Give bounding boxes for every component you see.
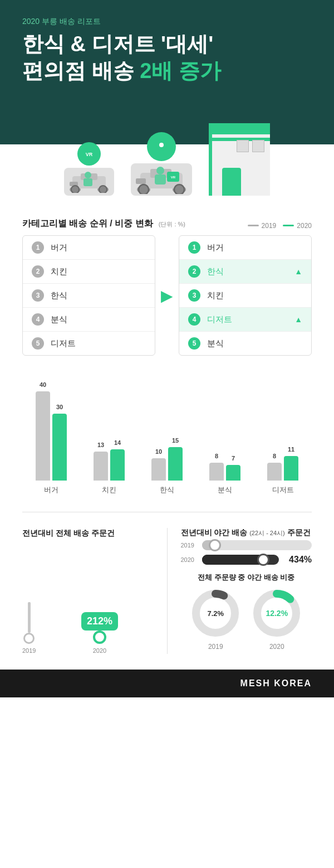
fill-2019 [202, 540, 215, 550]
legend-dot-green [283, 225, 294, 226]
bar-burger-2019: 40 [36, 391, 50, 481]
scooter-right: VR [131, 132, 192, 196]
bar-group-bunsik: 8 7 분식 [196, 463, 254, 495]
donut-title: 전체 주문량 중 야간 배송 비중 [181, 573, 312, 583]
donut-2019-chart: 7.2% [190, 588, 240, 638]
bar-label-dessert: 디저트 [272, 485, 294, 495]
scooter-body-left [64, 168, 114, 196]
rank-2020-3: 3 치킨 [179, 284, 311, 308]
svg-text:VR: VR [171, 176, 176, 179]
night-orders-title: 전년대비 야간 배송 (22시 - 24시) 주문건 [181, 528, 312, 538]
bar-dessert-2019: 8 [267, 463, 282, 481]
svg-point-9 [85, 172, 91, 178]
svg-rect-10 [84, 178, 92, 186]
bar-label-bunsik: 분식 [218, 485, 232, 495]
bar-burger-2020: 30 [52, 414, 67, 481]
progress-2020: 2020 434% [181, 555, 312, 565]
total-orders-box: 전년대비 전체 배송 주문건 2019 212% 2020 [22, 528, 154, 654]
bubble-right [147, 132, 176, 161]
title-line2-normal: 편의점 배송 [22, 59, 140, 83]
lollipop-chart: 2019 212% 2020 [22, 548, 154, 654]
track-2019 [202, 540, 312, 550]
building [209, 123, 270, 196]
rank-2019-3: 3 한식 [23, 284, 155, 308]
svg-point-14 [159, 143, 164, 147]
donut-2019-value: 7.2% [207, 609, 224, 618]
lolli-2019: 2019 [22, 602, 36, 654]
rank-2019-4: 4 분식 [23, 308, 155, 332]
donut-2020-year: 2020 [269, 643, 284, 651]
category-title: 카테고리별 배송 순위 / 비중 변화 [22, 218, 153, 230]
category-section: 카테고리별 배송 순위 / 비중 변화 (단위 : %) 2019 2020 1… [0, 201, 334, 372]
svg-rect-23 [155, 174, 166, 185]
header-subtitle: 2020 부릉 배송 리포트 [22, 17, 312, 27]
donut-2020-chart: 12.2% [252, 588, 302, 638]
svg-point-7 [71, 186, 79, 193]
lolli-year-2019: 2019 [22, 647, 36, 654]
rank-2019-1: 1 버거 [23, 236, 155, 260]
title-line2-highlight: 2배 증가 [140, 59, 221, 83]
bar-chicken-2019: 13 [94, 452, 108, 481]
progress-bars: 2019 2020 434% [181, 540, 312, 565]
svg-point-12 [159, 153, 164, 154]
bar-label-hanshik: 한식 [160, 485, 174, 495]
bar-chart: 40 30 버거 13 14 치킨 [22, 384, 312, 495]
total-orders-title: 전년대비 전체 배송 주문건 [22, 528, 154, 539]
title-line1: 한식 & 디저트 '대세' [22, 31, 312, 58]
title-line2: 편의점 배송 2배 증가 [22, 58, 312, 85]
lolli-circle-2019 [23, 633, 35, 644]
lolli-year-2020-label: 2020 [93, 647, 106, 654]
lolli-circle-2020 [93, 631, 106, 644]
stats-section: 전년대비 전체 배송 주문건 2019 212% 2020 전년대비 야간 배송… [0, 512, 334, 670]
rank-2019-5: 5 디저트 [23, 332, 155, 355]
arrow-up-hanshik: ▲ [294, 267, 302, 276]
rank-2020-2: 2 한식 ▲ [179, 260, 311, 284]
rank-2020-1: 1 버거 [179, 236, 311, 260]
bar-dessert-2020: 11 [284, 456, 298, 481]
rank-2020-4: 4 디저트 ▲ [179, 308, 311, 332]
progress-2019: 2019 [181, 540, 312, 550]
ball-2020 [257, 554, 269, 566]
scooter-left: VR [64, 142, 114, 196]
svg-point-21 [174, 185, 184, 194]
footer: MESH KOREA [0, 670, 334, 697]
illustration-area: VR [0, 106, 334, 201]
donut-row: 7.2% 2019 12.2% 2020 [181, 588, 312, 651]
bar-hanshik-2020: 15 [168, 447, 183, 481]
donut-2020: 12.2% 2020 [252, 588, 302, 651]
bar-group-burger: 40 30 버거 [22, 391, 80, 495]
legend-2019: 2019 [248, 222, 277, 230]
donut-2020-value: 12.2% [266, 609, 288, 618]
bar-label-burger: 버거 [44, 485, 58, 495]
bar-chicken-2020: 14 [110, 449, 125, 481]
footer-logo: MESH KOREA [240, 678, 312, 688]
donut-2019-year: 2019 [208, 643, 223, 651]
bar-group-chicken: 13 14 치킨 [80, 449, 138, 495]
donut-2019: 7.2% 2019 [190, 588, 240, 651]
rank-2020-5: 5 분식 [179, 332, 311, 355]
night-orders-box: 전년대비 야간 배송 (22시 - 24시) 주문건 2019 2020 [167, 528, 312, 654]
rank-2019-2: 2 치킨 [23, 260, 155, 284]
night-pct: 434% [289, 555, 312, 565]
lolli-2020: 212% 2020 [46, 612, 153, 654]
unit-label: (단위 : %) [159, 220, 185, 229]
scooter-body-right: VR [131, 163, 192, 196]
bubble-left: VR [77, 142, 101, 166]
bar-label-chicken: 치킨 [102, 485, 116, 495]
svg-text:VR: VR [86, 152, 93, 157]
header-title: 한식 & 디저트 '대세' 편의점 배송 2배 증가 [22, 31, 312, 84]
legend-2020: 2020 [283, 222, 312, 230]
svg-point-20 [139, 185, 149, 194]
lolli-stick-2019 [28, 602, 31, 633]
ranking-list-2020: 1 버거 2 한식 ▲ 3 치킨 4 디저트 ▲ 5 분식 [179, 235, 312, 356]
bar-group-hanshik: 10 15 한식 [138, 447, 196, 495]
svg-point-22 [156, 167, 164, 174]
ranking-container: 1 버거 2 치킨 3 한식 4 분식 5 디저트 ▶ [22, 235, 312, 356]
ball-2019 [209, 539, 221, 551]
bar-bunsik-2020: 7 [226, 465, 240, 481]
lolli-badge-2020: 212% [81, 612, 118, 631]
bar-group-dessert: 8 11 디저트 [254, 456, 312, 495]
bar-chart-section: 40 30 버거 13 14 치킨 [0, 372, 334, 512]
svg-rect-19 [136, 178, 146, 184]
svg-point-8 [99, 186, 107, 193]
